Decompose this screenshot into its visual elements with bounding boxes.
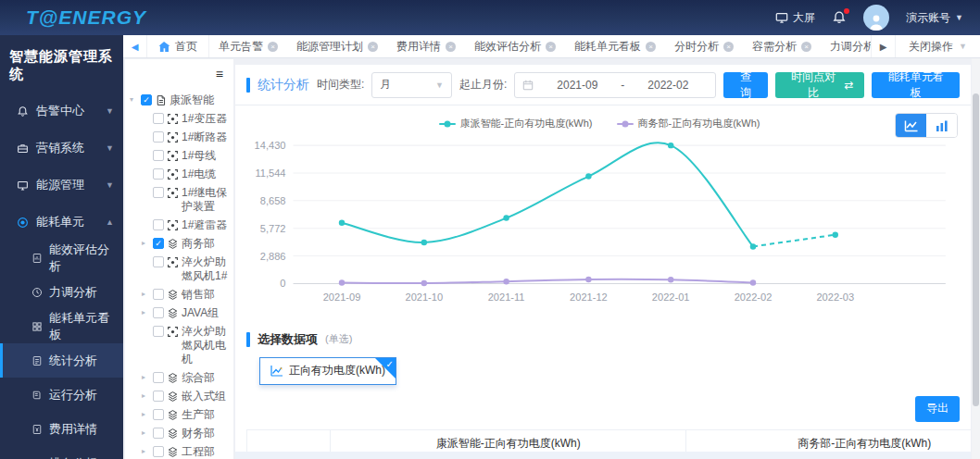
tree-checkbox[interactable] (153, 428, 164, 439)
tree-checkbox[interactable] (153, 326, 164, 337)
tree-node-工程部[interactable]: ▸ 工程部 (130, 445, 231, 459)
tree-expander-icon[interactable]: ▸ (142, 445, 150, 456)
data-item-chip-forward-active-energy[interactable]: 正向有功电度(kWh) ✓ (259, 357, 396, 385)
tree-expander-icon[interactable]: ▸ (142, 371, 150, 382)
tree-checkbox[interactable] (153, 150, 164, 161)
tree-node-商务部[interactable]: ▸ ✓ 商务部 (130, 237, 231, 251)
tab-home[interactable]: 首页 (147, 35, 209, 57)
sidebar-group-1[interactable]: 告警中心 ▼ (0, 93, 123, 130)
tabs-scroll-left-button[interactable]: ◀ (123, 35, 147, 57)
month-range-picker[interactable]: 2021-09 - 2022-02 (514, 72, 716, 98)
close-operations-menu[interactable]: 关闭操作 ▼ (895, 35, 980, 57)
layers-icon (167, 446, 179, 458)
close-icon[interactable]: × (446, 42, 456, 52)
tree-node-销售部[interactable]: ▸ 销售部 (130, 288, 231, 302)
tree-node-淬火炉助燃风机1#[interactable]: 淬火炉助燃风机1# (130, 255, 231, 283)
tree-expander-icon[interactable]: ▸ (142, 408, 150, 419)
sidebar-item-力调分析[interactable]: 力调分析 (0, 275, 123, 309)
calendar-icon (522, 80, 534, 91)
close-icon[interactable]: × (368, 42, 378, 52)
scrollbar-thumb[interactable] (973, 93, 979, 406)
tree-node-综合部[interactable]: ▸ 综合部 (130, 371, 231, 385)
tab-能源管理计划[interactable]: 能源管理计划 × (287, 35, 387, 57)
tree-node-康派智能[interactable]: ▾ ✓ 康派智能 (130, 93, 231, 107)
tab-容需分析[interactable]: 容需分析 × (743, 35, 821, 57)
tree-node-JAVA组[interactable]: ▸ JAVA组 (130, 306, 231, 320)
tree-expander-icon[interactable]: ▸ (142, 427, 150, 438)
close-icon[interactable]: × (546, 42, 556, 52)
tab-力调分析[interactable]: 力调分析 × (821, 35, 871, 57)
avatar[interactable] (863, 5, 889, 31)
tree-expander-icon[interactable]: ▾ (130, 93, 138, 105)
sidebar-group-2[interactable]: 营销系统 ▼ (0, 130, 123, 167)
layers-icon (167, 391, 179, 403)
bar-chart-toggle[interactable] (926, 114, 957, 137)
tree-node-label: 综合部 (182, 371, 215, 385)
tree-node-label: 销售部 (182, 288, 215, 302)
tree-node-财务部[interactable]: ▸ 财务部 (130, 427, 231, 440)
legend-item-康派智能-正向有功电度(kWh)[interactable]: 康派智能-正向有功电度(kWh) (439, 117, 593, 130)
tree-checkbox[interactable] (153, 372, 164, 383)
tab-能效评估分析[interactable]: 能效评估分析 × (465, 35, 565, 57)
tree-node-生产部[interactable]: ▸ 生产部 (130, 408, 231, 422)
sidebar-group-3[interactable]: 能源管理 ▼ (0, 167, 123, 204)
export-button[interactable]: 导出 (915, 396, 960, 422)
unit-kanban-button[interactable]: 能耗单元看板 (872, 72, 960, 98)
notifications-button[interactable] (832, 10, 847, 25)
time-compare-button[interactable]: 时间点对比⇄ (775, 72, 865, 98)
tree-checkbox[interactable]: ✓ (153, 238, 164, 249)
tree-expander-icon[interactable]: ▸ (142, 237, 150, 248)
tab-分时分析[interactable]: 分时分析 × (665, 35, 743, 57)
tree-spacer (142, 325, 150, 327)
sidebar-item-排名分析[interactable]: 排名分析 (0, 446, 123, 459)
tree-checkbox[interactable] (153, 256, 164, 267)
line-chart-toggle[interactable] (896, 114, 926, 137)
account-menu[interactable]: 演示账号 ▼ (906, 10, 963, 26)
tree-node-1#电缆[interactable]: 1#电缆 (130, 167, 231, 181)
sidebar-item-费用详情[interactable]: 费用详情 (0, 412, 123, 446)
tree-checkbox[interactable] (153, 289, 164, 300)
close-icon[interactable]: × (723, 42, 734, 52)
tab-能耗单元看板[interactable]: 能耗单元看板 × (565, 35, 665, 57)
tree-checkbox[interactable] (153, 446, 164, 457)
range-separator: - (621, 79, 624, 92)
tree-checkbox[interactable] (153, 113, 164, 124)
query-button[interactable]: 查询 (723, 72, 768, 98)
tree-checkbox[interactable] (153, 307, 164, 318)
range-label: 起止月份: (459, 77, 507, 93)
sidebar-item-运行分析[interactable]: 运行分析 (0, 378, 123, 412)
tree-checkbox[interactable] (153, 187, 164, 198)
vertical-scrollbar[interactable] (972, 58, 980, 459)
tree-node-淬火炉助燃风机电机[interactable]: 淬火炉助燃风机电机 (130, 325, 231, 366)
tree-node-1#避雷器[interactable]: 1#避雷器 (130, 218, 231, 232)
close-icon[interactable]: × (801, 42, 811, 52)
big-screen-button[interactable]: 大屏 (775, 10, 815, 26)
sidebar-item-统计分析[interactable]: 统计分析 (0, 343, 123, 378)
tree-expander-icon[interactable]: ▸ (142, 390, 150, 401)
tree-node-1#断路器[interactable]: 1#断路器 (130, 130, 231, 144)
tree-checkbox[interactable]: ✓ (141, 94, 152, 105)
close-icon[interactable]: × (646, 42, 656, 52)
tree-node-嵌入式组[interactable]: ▸ 嵌入式组 (130, 390, 231, 403)
legend-item-商务部-正向有功电度(kWh)[interactable]: 商务部-正向有功电度(kWh) (617, 117, 760, 130)
tree-expander-icon[interactable]: ▸ (142, 306, 150, 317)
tree-menu-button[interactable]: ≡ (130, 65, 231, 89)
tree-node-1#母线[interactable]: 1#母线 (130, 149, 231, 163)
tab-单元告警[interactable]: 单元告警 × (209, 35, 287, 57)
tree-node-1#继电保护装置[interactable]: 1#继电保护装置 (130, 186, 231, 214)
tree-checkbox[interactable] (153, 131, 164, 143)
tabs-scroll-right-button[interactable]: ▶ (871, 35, 895, 57)
tree-expander-icon[interactable]: ▸ (142, 288, 150, 299)
tree-node-1#变压器[interactable]: 1#变压器 (130, 112, 231, 126)
tree-checkbox[interactable] (153, 409, 164, 420)
sidebar-item-能效评估分析[interactable]: 能效评估分析 (0, 241, 123, 275)
tree-checkbox[interactable] (153, 391, 164, 402)
close-icon[interactable]: × (268, 42, 278, 52)
tab-费用详情[interactable]: 费用详情 × (387, 35, 465, 57)
sidebar-item-能耗单元看板[interactable]: 能耗单元看板 (0, 309, 123, 343)
notification-badge (844, 8, 849, 14)
sidebar-group-4[interactable]: 能耗单元 ▲ (0, 204, 123, 241)
tree-checkbox[interactable] (153, 219, 164, 230)
tree-checkbox[interactable] (153, 168, 164, 180)
time-type-select[interactable]: 月 ▼ (371, 72, 452, 98)
